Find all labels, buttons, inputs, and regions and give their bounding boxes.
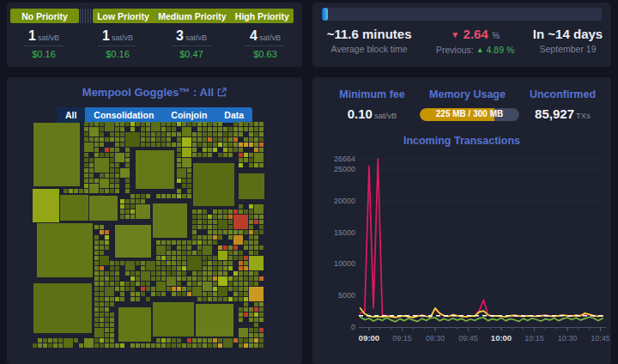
retarget-date: September 19 (524, 44, 611, 54)
fee-tier-high: 4sat/vB $0.63 (228, 28, 302, 59)
svg-text:09:00: 09:00 (359, 333, 379, 343)
fee-values-row: 1sat/vB $0.16 1sat/vB $0.16 3sat/vB $0.4… (7, 28, 302, 59)
fee-tier-no-priority: 1sat/vB $0.16 (7, 28, 81, 59)
memory-usage-bar: 225 MB / 300 MB (420, 108, 519, 121)
fee-divider (245, 46, 285, 46)
mempool-stats-panel: Minimum fee 0.10sat/vB Memory Usage 225 … (312, 77, 611, 364)
difficulty-progress-bar[interactable] (322, 8, 602, 21)
average-block-time-label: Average block time (312, 44, 426, 54)
no-priority-label: No Priority (21, 11, 68, 21)
difficulty-previous: Previous: ▲ 4.89 % (426, 45, 524, 55)
priority-divider-stripes (80, 9, 92, 23)
retarget-stat: In ~14 days September 19 (524, 27, 611, 55)
svg-text:10:45: 10:45 (591, 334, 609, 343)
fee-unit: sat/vB (185, 33, 207, 42)
fee-rate: 3sat/vB (154, 28, 228, 44)
svg-text:09:45: 09:45 (458, 334, 478, 343)
fee-unit: sat/vB (259, 33, 281, 42)
svg-text:10:00: 10:00 (491, 333, 512, 343)
low-priority-label[interactable]: Low Priority (97, 11, 149, 21)
fee-tier-low: 1sat/vB $0.16 (81, 28, 154, 59)
average-block-time-value: ~11.6 minutes (312, 27, 426, 41)
tab-all[interactable]: All (57, 107, 85, 123)
difficulty-change-value: ▼ 2.64 % (426, 27, 524, 42)
high-priority-label[interactable]: High Priority (235, 11, 289, 21)
unconfirmed-title: Unconfirmed (515, 88, 610, 100)
fee-rate: 4sat/vB (228, 28, 302, 44)
medium-priority-label[interactable]: Medium Priority (158, 11, 226, 21)
svg-text:5000: 5000 (338, 291, 355, 300)
fee-priority-badges: No Priority Low Priority Medium Priority… (10, 9, 294, 23)
memory-usage-stat: Memory Usage 225 MB / 300 MB (420, 88, 515, 121)
incoming-transactions-chart[interactable]: 05000100001500020000250002666409:0009:15… (321, 143, 609, 352)
goggles-tabbar: All Consolidation Coinjoin Data (7, 107, 302, 123)
mempool-stats-row: Minimum fee 0.10sat/vB Memory Usage 225 … (312, 77, 611, 121)
external-link-icon (217, 87, 227, 100)
fee-divider (172, 46, 211, 46)
no-priority-badge[interactable]: No Priority (10, 9, 79, 23)
mempool-goggles-panel: Mempool Goggles™ : All All Consolidation… (7, 77, 302, 364)
memory-usage-label: 225 MB / 300 MB (420, 109, 519, 118)
mempool-block-treemap[interactable] (33, 122, 266, 349)
unconfirmed-value: 85,927TXs (515, 106, 610, 121)
tab-data[interactable]: Data (215, 107, 252, 123)
retarget-value: In ~14 days (524, 27, 611, 41)
svg-text:10:30: 10:30 (558, 334, 578, 343)
fee-usd: $0.16 (7, 49, 81, 59)
minimum-fee-stat: Minimum fee 0.10sat/vB (324, 88, 420, 121)
triangle-down-icon: ▼ (451, 30, 459, 39)
svg-text:15000: 15000 (334, 228, 355, 237)
fee-estimates-card: No Priority Low Priority Medium Priority… (7, 3, 302, 67)
fee-rate: 1sat/vB (7, 28, 81, 44)
fee-unit: sat/vB (38, 33, 59, 42)
fee-tier-medium: 3sat/vB $0.47 (154, 28, 228, 59)
fee-unit: sat/vB (112, 33, 133, 42)
mempool-goggles-title[interactable]: Mempool Goggles™ : All (7, 86, 302, 100)
fee-divider (98, 46, 137, 46)
svg-text:09:30: 09:30 (426, 334, 445, 343)
svg-text:10:15: 10:15 (524, 334, 544, 343)
difficulty-adjustment-card: ~11.6 minutes Average block time ▼ 2.64 … (312, 3, 611, 67)
triangle-up-icon: ▲ (476, 46, 484, 54)
svg-text:0: 0 (351, 323, 355, 331)
difficulty-progress-fill (322, 8, 328, 21)
priority-group-badge: Low Priority Medium Priority High Priori… (93, 9, 294, 23)
svg-text:20000: 20000 (334, 197, 355, 205)
svg-text:10000: 10000 (334, 259, 355, 268)
fee-usd: $0.63 (228, 49, 302, 59)
tab-coinjoin[interactable]: Coinjoin (162, 107, 215, 123)
fee-rate: 1sat/vB (81, 28, 154, 44)
memory-usage-title: Memory Usage (420, 88, 515, 100)
svg-text:09:15: 09:15 (392, 334, 412, 343)
average-block-time-stat: ~11.6 minutes Average block time (312, 27, 426, 55)
difficulty-change-stat: ▼ 2.64 % Previous: ▲ 4.89 % (426, 27, 524, 55)
unconfirmed-stat: Unconfirmed 85,927TXs (515, 88, 610, 121)
svg-text:25000: 25000 (334, 165, 355, 173)
fee-usd: $0.16 (81, 49, 154, 59)
difficulty-stats-row: ~11.6 minutes Average block time ▼ 2.64 … (312, 27, 611, 55)
svg-text:26664: 26664 (334, 155, 355, 163)
fee-usd: $0.47 (154, 49, 228, 59)
minimum-fee-title: Minimum fee (324, 88, 420, 100)
minimum-fee-value: 0.10sat/vB (324, 106, 420, 121)
tab-consolidation[interactable]: Consolidation (85, 107, 162, 123)
fee-divider (24, 46, 64, 46)
